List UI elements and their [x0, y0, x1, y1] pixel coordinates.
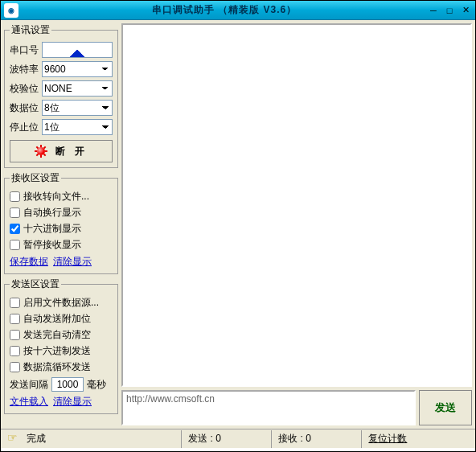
- data-label: 数据位: [10, 101, 42, 115]
- save-data-link[interactable]: 保存数据: [10, 255, 48, 269]
- baud-select[interactable]: 9600: [42, 61, 113, 77]
- window-title: 串口调试助手 （精装版 V3.6）: [22, 3, 427, 17]
- stop-label: 停止位: [10, 121, 42, 134]
- interval-unit: 毫秒: [87, 378, 106, 392]
- data-select[interactable]: 8位: [42, 100, 113, 116]
- auto-clear-label: 发送完自动清空: [23, 328, 91, 342]
- statusbar: 完成 发送 : 0 接收 : 0 复位计数: [1, 429, 475, 448]
- file-load-link[interactable]: 文件载入: [10, 395, 48, 409]
- send-button[interactable]: 发送: [419, 390, 472, 425]
- recv-to-file-checkbox[interactable]: [10, 191, 20, 202]
- connection-active-icon: [35, 145, 47, 158]
- status-done-cell: 完成: [1, 430, 181, 448]
- disconnect-label: 断 开: [55, 145, 87, 158]
- hex-send-checkbox[interactable]: [10, 346, 20, 356]
- status-done-label: 完成: [27, 432, 46, 446]
- clear-recv-link[interactable]: 清除显示: [53, 255, 92, 269]
- stop-select[interactable]: 1位: [42, 119, 113, 135]
- file-source-checkbox[interactable]: [10, 298, 20, 308]
- interval-label: 发送间隔: [10, 378, 48, 392]
- minimize-button[interactable]: ─: [427, 5, 440, 16]
- send-settings-legend: 发送区设置: [10, 277, 61, 291]
- loop-send-label: 数据流循环发送: [23, 360, 91, 374]
- send-settings-group: 发送区设置 启用文件数据源... 自动发送附加位 发送完自动清空 按十六进制发送…: [4, 277, 118, 414]
- close-button[interactable]: ✕: [459, 5, 472, 16]
- baud-label: 波特率: [10, 63, 42, 76]
- hex-send-label: 按十六进制发送: [23, 344, 91, 358]
- comm-settings-legend: 通讯设置: [10, 23, 51, 37]
- send-input[interactable]: http://www.cmsoft.cn: [121, 390, 416, 425]
- pause-recv-checkbox[interactable]: [10, 240, 20, 250]
- loop-send-checkbox[interactable]: [10, 362, 20, 372]
- right-panel: http://www.cmsoft.cn 发送: [121, 23, 472, 425]
- send-row: http://www.cmsoft.cn 发送: [121, 390, 472, 425]
- clear-send-link[interactable]: 清除显示: [53, 395, 92, 409]
- reset-count-cell: 复位计数: [361, 430, 475, 448]
- recv-settings-legend: 接收区设置: [10, 171, 61, 185]
- titlebar: ◉ 串口调试助手 （精装版 V3.6） ─ □ ✕: [1, 1, 475, 20]
- pointer-icon: [7, 432, 22, 446]
- left-panel: 通讯设置 串口号 COM1 波特率 9600 校验位 NONE 数据位 8位 停…: [4, 23, 118, 425]
- parity-select[interactable]: NONE: [42, 80, 113, 97]
- pause-recv-label: 暂停接收显示: [23, 238, 81, 252]
- interval-input[interactable]: [51, 377, 84, 392]
- auto-extra-checkbox[interactable]: [10, 314, 20, 324]
- app-icon: ◉: [4, 3, 18, 18]
- status-sent-cell: 发送 : 0: [181, 430, 271, 448]
- auto-wrap-checkbox[interactable]: [10, 208, 20, 218]
- receive-textarea[interactable]: [121, 23, 472, 387]
- parity-label: 校验位: [10, 82, 42, 96]
- port-label: 串口号: [10, 43, 42, 57]
- recv-to-file-label: 接收转向文件...: [23, 190, 89, 203]
- maximize-button[interactable]: □: [443, 5, 456, 16]
- disconnect-button[interactable]: 断 开: [10, 140, 113, 162]
- auto-clear-checkbox[interactable]: [10, 330, 20, 340]
- file-source-label: 启用文件数据源...: [23, 296, 99, 310]
- client-area: 通讯设置 串口号 COM1 波特率 9600 校验位 NONE 数据位 8位 停…: [1, 20, 475, 429]
- window-controls: ─ □ ✕: [427, 5, 475, 16]
- reset-count-link[interactable]: 复位计数: [368, 432, 407, 446]
- port-select[interactable]: COM1: [42, 42, 113, 58]
- hex-display-label: 十六进制显示: [23, 222, 81, 236]
- auto-wrap-label: 自动换行显示: [23, 206, 81, 220]
- comm-settings-group: 通讯设置 串口号 COM1 波特率 9600 校验位 NONE 数据位 8位 停…: [4, 23, 118, 168]
- status-recv-cell: 接收 : 0: [271, 430, 361, 448]
- hex-display-checkbox[interactable]: [10, 224, 20, 234]
- recv-settings-group: 接收区设置 接收转向文件... 自动换行显示 十六进制显示 暂停接收显示 保存数…: [4, 171, 118, 274]
- auto-extra-label: 自动发送附加位: [23, 312, 91, 326]
